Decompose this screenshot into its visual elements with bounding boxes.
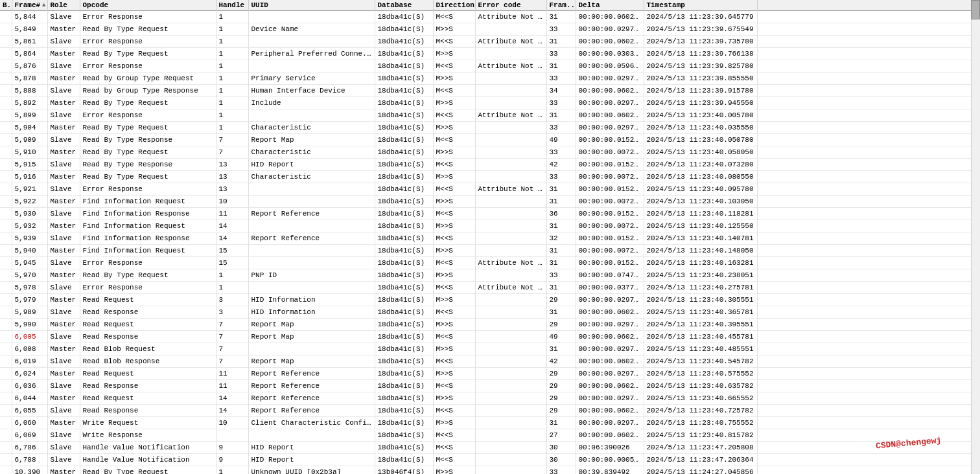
table-row[interactable]: 5,916MasterRead By Type Request13Charact… [0, 171, 980, 183]
cell-uuid: Characteristic [248, 171, 375, 183]
cell-database: 18dba41c(S) [375, 331, 433, 343]
cell-handle: 7 [216, 319, 248, 331]
table-row[interactable]: 5,921SlaveError Response1318dba41c(S)M<<… [0, 183, 980, 196]
table-row[interactable]: 5,849MasterRead By Type Request1Device N… [0, 23, 980, 36]
cell-database: 18dba41c(S) [375, 134, 433, 146]
cell-fram: 49 [546, 134, 576, 146]
vertical-scrollbar[interactable] [971, 0, 980, 474]
col-header-error[interactable]: Error code [475, 0, 546, 11]
table-row[interactable]: 5,922MasterFind Information Request1018d… [0, 196, 980, 208]
cell-opcode: Read Response [80, 380, 216, 392]
cell-uuid: Report Reference [248, 208, 375, 220]
table-row[interactable]: 5,930SlaveFind Information Response11Rep… [0, 208, 980, 220]
table-row[interactable]: 5,915SlaveRead By Type Response13HID Rep… [0, 159, 980, 171]
cell-fram: 31 [546, 60, 576, 73]
cell-fram: 33 [546, 466, 576, 475]
table-row[interactable]: 5,909SlaveRead By Type Response7Report M… [0, 134, 980, 146]
table-row[interactable]: 5,910MasterRead By Type Request7Characte… [0, 146, 980, 159]
table-row[interactable]: 5,945SlaveError Response1518dba41c(S)M<<… [0, 257, 980, 269]
table-row[interactable]: 5,899SlaveError Response118dba41c(S)M<<S… [0, 109, 980, 122]
table-row[interactable]: 5,990MasterRead Request7Report Map18dba4… [0, 319, 980, 331]
cell-timestamp: 2024/5/13 11:23:40.118281 [644, 208, 757, 220]
cell-delta: 00:00:00.015230 [576, 134, 644, 146]
table-row[interactable]: 5,904MasterRead By Type Request1Characte… [0, 122, 980, 134]
cell-error: Attribute Not Fo... [475, 109, 546, 122]
col-header-direction[interactable]: Direction [433, 0, 475, 11]
table-row[interactable]: 6,060MasterWrite Request10Client Charact… [0, 417, 980, 429]
cell-opcode: Read Response [80, 405, 216, 417]
cell-role: Slave [47, 159, 80, 171]
cell-fram: 42 [546, 159, 576, 171]
cell-database: 18dba41c(S) [375, 232, 433, 245]
table-row[interactable]: 5,979MasterRead Request3HID Information1… [0, 294, 980, 306]
cell-error [475, 208, 546, 220]
table-row[interactable]: 5,892MasterRead By Type Request1Include1… [0, 97, 980, 109]
table-row[interactable]: 5,876SlaveError Response118dba41c(S)M<<S… [0, 60, 980, 73]
cell-role: Master [47, 220, 80, 232]
cell-extra [757, 466, 980, 475]
table-row[interactable]: 6,008MasterRead Blob Request718dba41c(S)… [0, 343, 980, 356]
col-header-timestamp[interactable]: Timestamp [644, 0, 757, 11]
col-header-handle[interactable]: Handle [216, 0, 248, 11]
cell-error [475, 466, 546, 475]
cell-opcode: Handle Value Notification [80, 454, 216, 466]
cell-extra [757, 306, 980, 319]
cell-direction: M>>S [433, 171, 475, 183]
table-row[interactable]: 6,069SlaveWrite Response18dba41c(S)M<<S2… [0, 429, 980, 442]
cell-database: 18dba41c(S) [375, 282, 433, 294]
cell-extra [757, 257, 980, 269]
table-row[interactable]: 6,055SlaveRead Response14Report Referenc… [0, 405, 980, 417]
cell-extra [757, 392, 980, 405]
cell-extra [757, 331, 980, 343]
cell-extra [757, 356, 980, 368]
cell-b [0, 380, 12, 392]
cell-frame: 6,044 [12, 392, 47, 405]
table-row[interactable]: 6,036SlaveRead Response11Report Referenc… [0, 380, 980, 392]
table-row[interactable]: 6,005SlaveRead Response7Report Map18dba4… [0, 331, 980, 343]
cell-handle: 14 [216, 232, 248, 245]
table-row[interactable]: 6,019SlaveRead Blob Response7Report Map1… [0, 356, 980, 368]
table-row[interactable]: 6,024MasterRead Request11Report Referenc… [0, 368, 980, 380]
table-row[interactable]: 5,932MasterFind Information Request1418d… [0, 220, 980, 232]
table-row[interactable]: 6,788SlaveHandle Value Notification9HID … [0, 454, 980, 466]
table-row[interactable]: 5,861SlaveError Response118dba41c(S)M<<S… [0, 36, 980, 48]
cell-database: 18dba41c(S) [375, 146, 433, 159]
col-header-delta[interactable]: Delta [576, 0, 644, 11]
table-row[interactable]: 5,844SlaveError Response118dba41c(S)M<<S… [0, 11, 980, 23]
table-row[interactable]: 5,978SlaveError Response118dba41c(S)M<<S… [0, 282, 980, 294]
table-row[interactable]: 5,939SlaveFind Information Response14Rep… [0, 232, 980, 245]
cell-delta: 00:00:00.037730 [576, 282, 644, 294]
table-row[interactable]: 5,989SlaveRead Response3HID Information1… [0, 306, 980, 319]
cell-opcode: Read Request [80, 319, 216, 331]
cell-delta: 00:00:00.060231 [576, 36, 644, 48]
table-row[interactable]: 5,970MasterRead By Type Request1PNP ID18… [0, 269, 980, 282]
cell-direction: M<<S [433, 429, 475, 442]
table-row[interactable]: 6,044MasterRead Request14Report Referenc… [0, 392, 980, 405]
scrollbar-thumb[interactable] [971, 0, 980, 19]
cell-uuid: Report Map [248, 356, 375, 368]
table-row[interactable]: 5,888SlaveRead by Group Type Response1Hu… [0, 85, 980, 97]
table-row[interactable]: 5,940MasterFind Information Request1518d… [0, 245, 980, 257]
cell-uuid [248, 36, 375, 48]
cell-b [0, 11, 12, 23]
cell-role: Slave [47, 282, 80, 294]
col-header-database[interactable]: Database [375, 0, 433, 11]
col-header-b[interactable]: B... [0, 0, 12, 11]
cell-error [475, 392, 546, 405]
cell-role: Slave [47, 356, 80, 368]
cell-database: 18dba41c(S) [375, 183, 433, 196]
col-header-fram[interactable]: Fram... [546, 0, 576, 11]
table-row[interactable]: 10,390MasterRead By Type Request1Unknown… [0, 466, 980, 475]
cell-opcode: Error Response [80, 60, 216, 73]
cell-direction: M<<S [433, 454, 475, 466]
cell-timestamp: 2024/5/13 11:23:40.755552 [644, 417, 757, 429]
cell-direction: M<<S [433, 159, 475, 171]
col-header-uuid[interactable]: UUID [248, 0, 375, 11]
cell-role: Slave [47, 380, 80, 392]
table-row[interactable]: 6,786SlaveHandle Value Notification9HID … [0, 442, 980, 454]
col-header-frame[interactable]: Frame# ▲ [12, 0, 47, 11]
table-row[interactable]: 5,878MasterRead by Group Type Request1Pr… [0, 73, 980, 85]
table-row[interactable]: 5,864MasterRead By Type Request1Peripher… [0, 48, 980, 60]
col-header-role[interactable]: Role [47, 0, 80, 11]
col-header-opcode[interactable]: Opcode [80, 0, 216, 11]
